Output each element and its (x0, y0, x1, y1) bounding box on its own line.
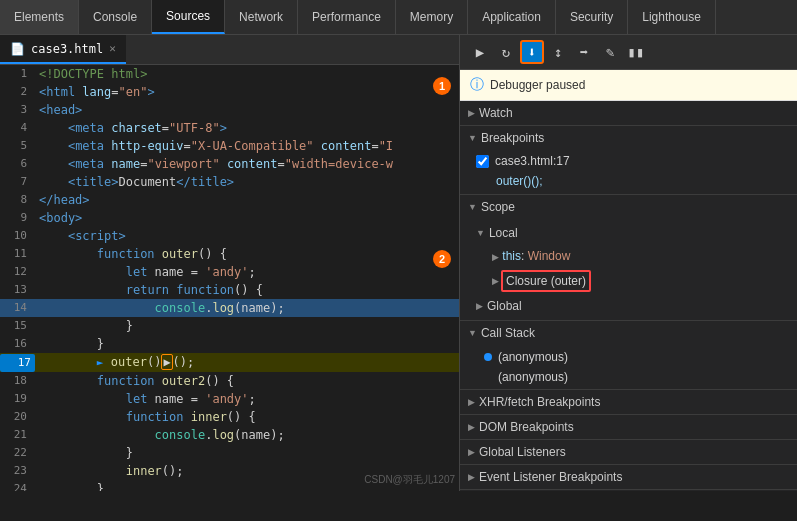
tab-application[interactable]: Application (468, 0, 556, 34)
code-line-6: 6 <meta name="viewport" content="width=d… (0, 155, 459, 173)
breakpoints-section: ▼ Breakpoints case3.html:17 outer()(); (460, 126, 797, 195)
tab-console[interactable]: Console (79, 0, 152, 34)
scope-label: Scope (481, 200, 515, 214)
code-area[interactable]: 1 <!DOCTYPE html> 2 <html lang="en"> 3 <… (0, 65, 459, 491)
code-line-22: 22 } (0, 444, 459, 462)
dom-section-header[interactable]: ▶ DOM Breakpoints (460, 415, 797, 439)
resume-button[interactable]: ▶ (468, 40, 492, 64)
breakpoints-label: Breakpoints (481, 131, 544, 145)
tab-sources[interactable]: Sources (152, 0, 225, 34)
code-line-9: 9 <body> (0, 209, 459, 227)
event-listener-section: ▶ Event Listener Breakpoints (460, 465, 797, 490)
code-line-17: 17 ►outer()▶(); (0, 353, 459, 372)
code-line-19: 19 let name = 'andy'; (0, 390, 459, 408)
call-stack-item-1[interactable]: (anonymous) (460, 347, 797, 367)
global-listeners-header[interactable]: ▶ Global Listeners (460, 440, 797, 464)
main-layout: 📄 case3.html ✕ 1 <!DOCTYPE html> 2 <html… (0, 35, 797, 491)
code-line-21: 21 console.log(name); (0, 426, 459, 444)
xhr-section: ▶ XHR/fetch Breakpoints (460, 390, 797, 415)
debugger-toolbar: ▶ ↻ ⬇ ↕ ➡ ✎ ▮▮ (460, 35, 797, 70)
scope-content: ▼ Local ▶ this: Window ▶ Closure (outer)… (460, 219, 797, 320)
file-icon: 📄 (10, 42, 25, 56)
step-over-button[interactable]: ↻ (494, 40, 518, 64)
global-arrow: ▶ (476, 301, 483, 311)
tab-security[interactable]: Security (556, 0, 628, 34)
code-line-7: 7 <title>Document</title> (0, 173, 459, 191)
breakpoint-checkbox-1[interactable] (476, 155, 489, 168)
this-property: ▶ this: Window (460, 245, 797, 268)
xhr-label: XHR/fetch Breakpoints (479, 395, 600, 409)
breakpoint-item-1[interactable]: case3.html:17 (460, 152, 797, 170)
event-listener-header[interactable]: ▶ Event Listener Breakpoints (460, 465, 797, 489)
call-stack-content: (anonymous) (anonymous) (460, 345, 797, 389)
code-line-10: 10 <script> (0, 227, 459, 245)
call-stack-section-header[interactable]: ▼ Call Stack (460, 321, 797, 345)
watch-section-header[interactable]: ▶ Watch (460, 101, 797, 125)
code-line-12: 12 let name = 'andy'; (0, 263, 459, 281)
dom-section: ▶ DOM Breakpoints (460, 415, 797, 440)
main-tab-bar: Elements Console Sources Network Perform… (0, 0, 797, 35)
code-panel: 📄 case3.html ✕ 1 <!DOCTYPE html> 2 <html… (0, 35, 460, 491)
xhr-section-header[interactable]: ▶ XHR/fetch Breakpoints (460, 390, 797, 414)
tab-network[interactable]: Network (225, 0, 298, 34)
global-scope-header[interactable]: ▶ Global (460, 294, 797, 318)
scope-section-header[interactable]: ▼ Scope (460, 195, 797, 219)
file-tab-bar: 📄 case3.html ✕ (0, 35, 459, 65)
tab-performance[interactable]: Performance (298, 0, 396, 34)
scope-section: ▼ Scope ▼ Local ▶ this: Window ▶ Closure… (460, 195, 797, 321)
call-stack-label-2: (anonymous) (498, 370, 568, 384)
global-listeners-section: ▶ Global Listeners (460, 440, 797, 465)
code-line-18: 18 function outer2() { (0, 372, 459, 390)
paused-label: Debugger paused (490, 78, 585, 92)
tab-memory[interactable]: Memory (396, 0, 468, 34)
code-line-11: 11 function outer() { (0, 245, 459, 263)
tab-lighthouse[interactable]: Lighthouse (628, 0, 716, 34)
step-out-button[interactable]: ↕ (546, 40, 570, 64)
xhr-arrow: ▶ (468, 397, 475, 407)
scope-arrow: ▼ (468, 202, 477, 212)
watch-label: Watch (479, 106, 513, 120)
code-line-8: 8 </head> (0, 191, 459, 209)
breakpoint-code-1: outer()(); (460, 170, 797, 192)
code-line-13: 13 return function() { (0, 281, 459, 299)
call-stack-spacer-2 (484, 373, 492, 381)
local-label: Local (489, 226, 518, 240)
annotation-2: 2 (433, 250, 451, 268)
watermark: CSDN@羽毛儿1207 (364, 473, 455, 487)
local-scope-header[interactable]: ▼ Local (460, 221, 797, 245)
dom-arrow: ▶ (468, 422, 475, 432)
deactivate-breakpoints-button[interactable]: ✎ (598, 40, 622, 64)
code-line-14: 14 console.log(name); (0, 299, 459, 317)
call-stack-arrow: ▼ (468, 328, 477, 338)
event-listener-label: Event Listener Breakpoints (479, 470, 622, 484)
code-line-5: 5 <meta http-equiv="X-UA-Compatible" con… (0, 137, 459, 155)
call-stack-section: ▼ Call Stack (anonymous) (anonymous) (460, 321, 797, 390)
info-icon: ⓘ (470, 76, 484, 94)
step-button[interactable]: ➡ (572, 40, 596, 64)
closure-outer-property: ▶ Closure (outer) (460, 268, 797, 294)
pause-on-exceptions-button[interactable]: ▮▮ (624, 40, 648, 64)
breakpoints-section-header[interactable]: ▼ Breakpoints (460, 126, 797, 150)
global-label: Global (487, 299, 522, 313)
close-file-tab[interactable]: ✕ (109, 42, 116, 55)
call-stack-item-2[interactable]: (anonymous) (460, 367, 797, 387)
watch-section: ▶ Watch (460, 101, 797, 126)
tab-elements[interactable]: Elements (0, 0, 79, 34)
breakpoint-text-1: case3.html:17 (495, 154, 570, 168)
step-into-button[interactable]: ⬇ (520, 40, 544, 64)
global-listeners-arrow: ▶ (468, 447, 475, 457)
call-stack-label-1: (anonymous) (498, 350, 568, 364)
global-listeners-label: Global Listeners (479, 445, 566, 459)
call-stack-label: Call Stack (481, 326, 535, 340)
local-arrow: ▼ (476, 228, 485, 238)
watch-arrow: ▶ (468, 108, 475, 118)
breakpoints-content: case3.html:17 outer()(); (460, 150, 797, 194)
annotation-1: 1 (433, 77, 451, 95)
code-line-20: 20 function inner() { (0, 408, 459, 426)
call-stack-dot-1 (484, 353, 492, 361)
code-line-16: 16 } (0, 335, 459, 353)
code-line-2: 2 <html lang="en"> (0, 83, 459, 101)
code-line-15: 15 } (0, 317, 459, 335)
file-tab-case3[interactable]: 📄 case3.html ✕ (0, 35, 126, 64)
dom-label: DOM Breakpoints (479, 420, 574, 434)
